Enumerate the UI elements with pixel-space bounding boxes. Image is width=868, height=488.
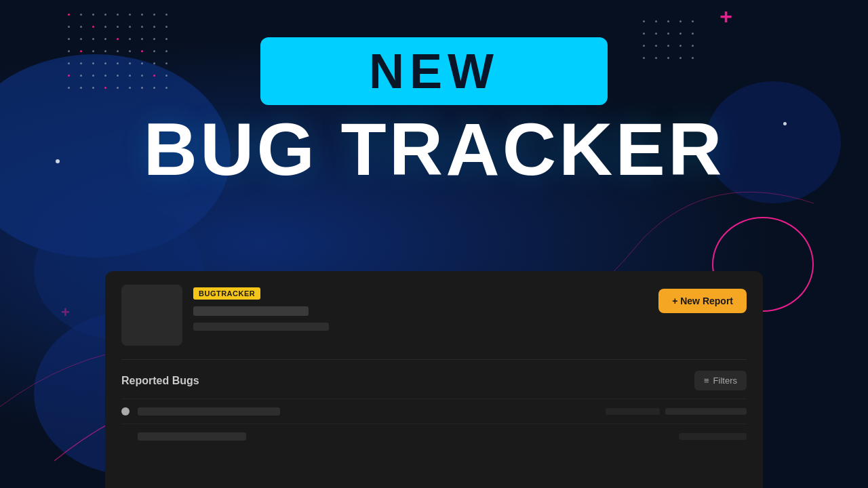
app-panel: BUGTRACKER + New Report Reported Bugs ≡ … <box>105 271 763 488</box>
bug-status-bar <box>665 408 747 415</box>
bug-status-dot <box>121 407 130 415</box>
filter-icon: ≡ <box>704 375 709 386</box>
bugtracker-badge: BUGTRACKER <box>193 287 260 300</box>
bug-meta-1 <box>606 408 660 415</box>
bugs-section-title: Reported Bugs <box>121 375 199 387</box>
new-banner: NEW <box>260 37 608 105</box>
app-logo <box>121 285 182 346</box>
bug-meta-2 <box>679 433 747 440</box>
filters-button[interactable]: ≡ Filters <box>694 371 747 390</box>
app-desc-bar <box>193 323 329 331</box>
app-header-info: BUGTRACKER <box>193 285 329 331</box>
header-divider <box>121 359 747 360</box>
bugs-section-header: Reported Bugs ≡ Filters <box>121 371 747 390</box>
app-panel-header: BUGTRACKER + New Report <box>121 285 747 346</box>
filters-label: Filters <box>713 375 737 386</box>
new-report-button[interactable]: + New Report <box>658 289 747 313</box>
table-row <box>121 399 747 424</box>
app-title: BUG TRACKER <box>144 112 725 186</box>
app-header-left: BUGTRACKER <box>121 285 329 346</box>
bug-title-bar <box>138 407 280 415</box>
bug-title-bar-2 <box>138 432 246 441</box>
table-row <box>121 424 747 449</box>
new-label: NEW <box>369 44 499 98</box>
app-name-bar <box>193 306 309 316</box>
